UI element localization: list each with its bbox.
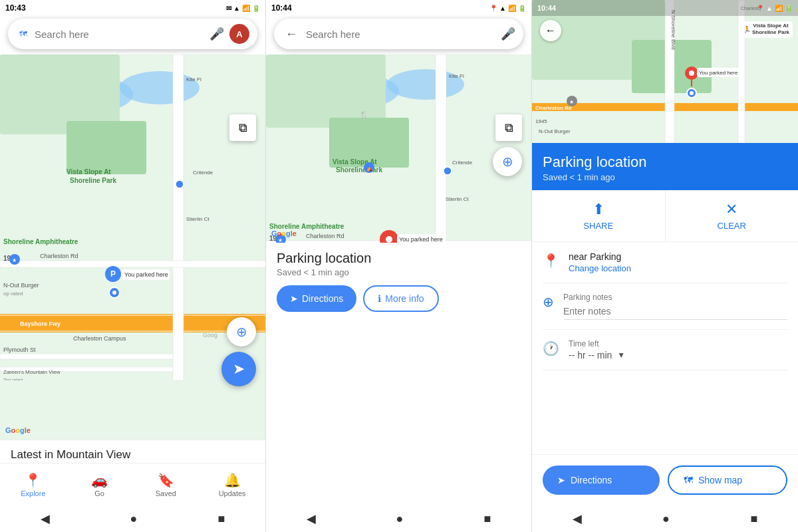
notes-text-col: Parking notes xyxy=(563,293,787,320)
search-input-2[interactable] xyxy=(306,29,495,40)
recent-btn-sys-1[interactable]: ■ xyxy=(218,512,225,526)
location-icon-1: ⊕ xyxy=(236,324,247,340)
maps-logo-1: 🗺 xyxy=(16,27,29,41)
directions-icon-2: ➤ xyxy=(290,293,298,304)
share-button-3[interactable]: ⬆ SHARE xyxy=(532,190,666,241)
avatar-1[interactable]: A xyxy=(229,24,249,44)
back-btn-sys-3[interactable]: ◀ xyxy=(573,511,582,526)
svg-text:★: ★ xyxy=(12,257,17,263)
svg-text:Goog: Goog xyxy=(203,332,217,338)
svg-text:Critende: Critende xyxy=(193,170,213,176)
updates-icon: 🔔 xyxy=(224,472,241,488)
search-bar-1[interactable]: 🗺 🎤 A xyxy=(8,19,257,49)
layers-button-2[interactable]: ⧉ xyxy=(495,114,522,141)
search-input-1[interactable] xyxy=(35,29,204,40)
status-bar-3: 10:44 📍 ▲ 📶 🔋 xyxy=(532,0,798,16)
loc-icon-3: 📍 xyxy=(756,5,764,12)
search-bar-2[interactable]: ← 🎤 xyxy=(274,19,523,49)
svg-text:Charleston Campus: Charleston Campus xyxy=(73,335,126,342)
back-button-2[interactable]: ← xyxy=(282,25,301,43)
explore-label: Explore xyxy=(21,489,45,497)
svg-text:op rated: op rated xyxy=(3,291,23,297)
map-svg-2: Bayshore Fwy Charleston Rd Shoreline Amp… xyxy=(266,55,531,243)
wifi-icon-3: ▲ xyxy=(766,5,773,12)
clear-button-3[interactable]: ✕ CLEAR xyxy=(666,190,799,241)
directions-button-2[interactable]: ➤ Directions xyxy=(277,285,356,312)
go-icon: 🚗 xyxy=(91,472,108,488)
wifi-icon-2: ▲ xyxy=(499,5,506,12)
svg-point-67 xyxy=(386,236,392,243)
svg-text:Stierlin Ct: Stierlin Ct xyxy=(186,216,209,222)
time-left-row: 🕐 Time left -- hr -- min ▼ xyxy=(543,330,787,370)
sys-nav-3: ◀ ● ■ xyxy=(532,505,798,532)
home-btn-sys-2[interactable]: ● xyxy=(396,512,404,526)
home-btn-sys-1[interactable]: ● xyxy=(130,512,138,526)
svg-text:★: ★ xyxy=(569,99,574,105)
mic-icon-2[interactable]: 🎤 xyxy=(501,27,515,41)
svg-text:Charleston Rd: Charleston Rd xyxy=(40,253,78,259)
directions-button-3[interactable]: ➤ Directions xyxy=(543,466,660,495)
location-fab-2[interactable]: ⊕ xyxy=(493,147,522,176)
recent-btn-sys-2[interactable]: ■ xyxy=(484,512,491,526)
nav-updates[interactable]: 🔔 Updates xyxy=(199,464,265,505)
svg-text:Shoreline Park: Shoreline Park xyxy=(336,166,382,174)
svg-text:You parked here: You parked here xyxy=(699,70,738,76)
svg-point-37 xyxy=(176,180,184,188)
recent-btn-sys-3[interactable]: ■ xyxy=(750,512,757,526)
sys-nav-2: ◀ ● ■ xyxy=(266,505,531,532)
explore-icon: 📍 xyxy=(25,472,41,488)
back-btn-sys-2[interactable]: ◀ xyxy=(307,511,316,526)
status-time-3: 10:44 xyxy=(537,4,556,12)
time-left-value: -- hr -- min xyxy=(569,350,612,360)
svg-rect-12 xyxy=(0,261,265,267)
signal-icon: 📶 xyxy=(242,5,250,12)
show-map-button-3[interactable]: 🗺 Show map xyxy=(668,466,787,495)
parking-sheet-2: Parking location Saved < 1 min ago ➤ Dir… xyxy=(266,243,531,317)
nav-go[interactable]: 🚗 Go xyxy=(66,464,133,505)
svg-text:Stierlin Ct: Stierlin Ct xyxy=(446,196,469,202)
back-btn-sys-1[interactable]: ◀ xyxy=(41,511,50,526)
location-label-3: near Parking xyxy=(569,251,787,262)
svg-rect-9 xyxy=(0,331,265,332)
more-info-button-2[interactable]: ℹ More info xyxy=(363,285,438,312)
signal-icon-3: 📶 xyxy=(775,5,783,12)
svg-text:Kite Fl: Kite Fl xyxy=(186,76,201,82)
svg-text:1945: 1945 xyxy=(535,118,547,124)
svg-point-96 xyxy=(690,91,694,95)
directions-fab-1[interactable]: ➤ xyxy=(221,352,256,386)
location-dot-icon: 📍 xyxy=(543,253,559,269)
back-button-3[interactable]: ← xyxy=(540,20,561,41)
map-area-3: 10:44 📍 ▲ 📶 🔋 ← 🏃 Vista Slope At Shoreli… xyxy=(532,0,798,143)
location-text-col: near Parking Change location xyxy=(569,251,787,273)
battery-icon-3: 🔋 xyxy=(785,5,793,12)
change-location-btn[interactable]: Change location xyxy=(569,263,787,273)
panel-3: 10:44 📍 ▲ 📶 🔋 ← 🏃 Vista Slope At Shoreli… xyxy=(532,0,798,532)
map-svg-1: Bayshore Fwy Charleston Rd Plymouth St S… xyxy=(0,55,265,380)
nav-explore[interactable]: 📍 Explore xyxy=(0,464,66,505)
notes-input-3[interactable] xyxy=(563,303,787,320)
svg-point-34 xyxy=(112,291,116,295)
mic-icon-1[interactable]: 🎤 xyxy=(209,27,224,41)
location-icon-2: ⊕ xyxy=(502,154,513,170)
svg-text:Bayshore Fwy: Bayshore Fwy xyxy=(20,321,61,327)
signal-icon-2: 📶 xyxy=(508,5,516,12)
nav-saved[interactable]: 🔖 Saved xyxy=(133,464,200,505)
svg-text:N-Out Burger: N-Out Burger xyxy=(3,282,39,289)
gmail-icon: ✉ xyxy=(226,5,231,12)
location-row-3: 📍 near Parking Change location xyxy=(543,242,787,283)
location-fab-1[interactable]: ⊕ xyxy=(227,317,256,346)
svg-text:You parked here: You parked here xyxy=(399,236,443,243)
svg-text:Vista Slope At: Vista Slope At xyxy=(66,168,111,176)
svg-text:Shoreline Amphitheatre: Shoreline Amphitheatre xyxy=(3,238,78,245)
svg-rect-14 xyxy=(0,354,173,359)
clear-label-3: CLEAR xyxy=(718,221,746,231)
info-icon-2: ℹ xyxy=(378,293,381,304)
svg-text:🍴: 🍴 xyxy=(359,110,369,120)
svg-text:⛺: ⛺ xyxy=(366,165,373,172)
saved-label: Saved xyxy=(156,489,176,497)
wifi-icon: ▲ xyxy=(233,5,240,12)
svg-rect-11 xyxy=(173,55,184,380)
time-left-selector[interactable]: -- hr -- min ▼ xyxy=(569,350,787,360)
layers-button-1[interactable]: ⧉ xyxy=(229,114,256,141)
home-btn-sys-3[interactable]: ● xyxy=(662,512,670,526)
